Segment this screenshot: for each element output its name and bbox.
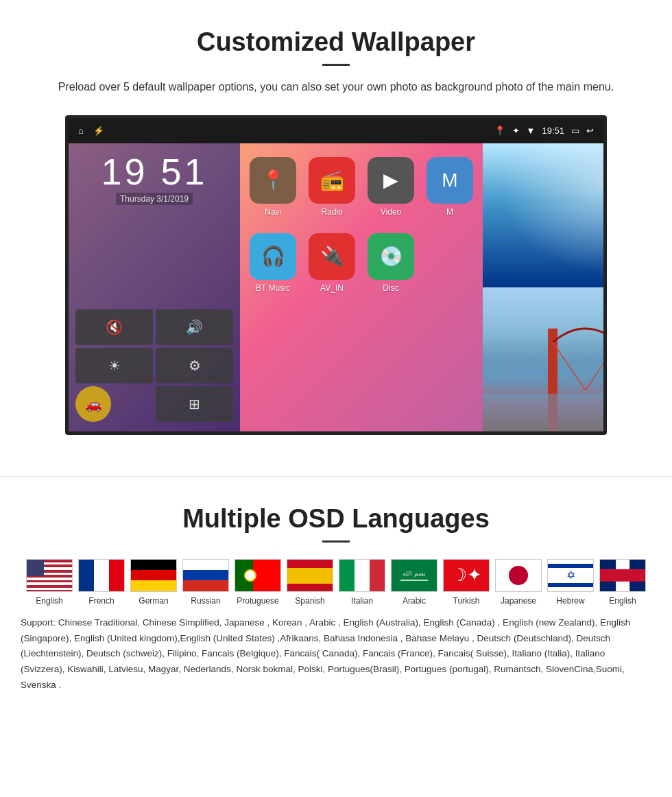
navi-icon: 📍 bbox=[250, 157, 296, 204]
flag-es bbox=[287, 559, 333, 592]
il-stripe-top bbox=[548, 564, 593, 568]
app-row-top: 📍 Navi 📻 Radio ▶ Video M bbox=[250, 157, 473, 217]
wallpaper-section: Customized Wallpaper Preload over 5 defa… bbox=[0, 0, 672, 455]
bluetooth-icon: ✦ bbox=[512, 126, 520, 136]
flag-it bbox=[339, 559, 385, 592]
navi-app[interactable]: 📍 Navi bbox=[250, 157, 296, 217]
flag-item-portuguese: Protuguese bbox=[234, 559, 282, 606]
wallpaper-mockup: ⌂ ⚡ 📍 ✦ ▼ 19:51 ▭ ↩ 19 51 T bbox=[65, 115, 607, 435]
svg-line-2 bbox=[553, 342, 586, 390]
avin-label: AV_IN bbox=[320, 283, 344, 293]
btmusic-app[interactable]: 🎧 BT Music bbox=[250, 233, 296, 293]
avin-app[interactable]: 🔌 AV_IN bbox=[309, 233, 355, 293]
flag-label-russian: Russian bbox=[191, 596, 220, 606]
signal-icon: ▼ bbox=[527, 126, 536, 136]
m-icon: M bbox=[427, 157, 473, 204]
sa-flag-inner: بسم الله bbox=[392, 560, 437, 591]
flag-item-arabic: بسم الله Arabic bbox=[390, 559, 438, 606]
btmusic-icon: 🎧 bbox=[250, 233, 296, 280]
wallpaper-description: Preload over 5 default wallpaper options… bbox=[27, 78, 645, 96]
brightness-btn[interactable]: ☀ bbox=[75, 348, 153, 383]
volume-down-btn[interactable]: 🔇 bbox=[75, 309, 153, 345]
video-icon: ▶ bbox=[368, 157, 414, 204]
gb-cross-horizontal bbox=[600, 569, 645, 581]
car-btn[interactable]: 🚗 bbox=[75, 386, 111, 422]
apps-btn[interactable]: ⊞ bbox=[156, 386, 233, 422]
m-app[interactable]: M M bbox=[427, 157, 473, 217]
star-of-david-icon: ✡ bbox=[566, 570, 575, 581]
flag-label-french: French bbox=[88, 596, 114, 606]
flag-label-spanish: Spanish bbox=[295, 596, 324, 606]
crescent-icon: ☽✦ bbox=[451, 564, 482, 586]
status-right-icons: 📍 ✦ ▼ 19:51 ▭ ↩ bbox=[494, 126, 594, 136]
flag-item-russian: Russian bbox=[182, 559, 230, 606]
pt-circle bbox=[244, 569, 256, 582]
flag-label-hebrew: Hebrew bbox=[556, 596, 584, 606]
flag-item-japanese: Japanese bbox=[494, 559, 542, 606]
flag-item-italian: Italian bbox=[338, 559, 386, 606]
flag-ru bbox=[182, 559, 229, 592]
flag-item-turkish: ☽✦ Turkish bbox=[442, 559, 490, 606]
il-flag-inner: ✡ bbox=[548, 560, 593, 591]
left-panel: 19 51 Thursday 3/1/2019 🔇 🔊 ☀ ⚙ 🚗 ⊞ bbox=[69, 143, 240, 431]
clock-display: 19 51 Thursday 3/1/2019 bbox=[75, 153, 233, 205]
usb-icon: ⚡ bbox=[93, 126, 104, 136]
home-screen: 19 51 Thursday 3/1/2019 🔇 🔊 ☀ ⚙ 🚗 ⊞ bbox=[69, 143, 603, 431]
wallpaper-thumb-ice[interactable] bbox=[483, 143, 607, 287]
video-label: Video bbox=[381, 207, 401, 217]
flag-tr: ☽✦ bbox=[443, 559, 490, 592]
flag-label-italian: Italian bbox=[351, 596, 373, 606]
flag-label-english-gb: English bbox=[609, 596, 636, 606]
wallpaper-thumb-bridge[interactable] bbox=[483, 287, 607, 431]
tr-crescent: ☽✦ bbox=[444, 560, 489, 591]
gb-flag-inner bbox=[600, 560, 645, 591]
flag-label-turkish: Turkish bbox=[453, 596, 480, 606]
il-stripe-bottom bbox=[548, 583, 593, 587]
title-divider bbox=[322, 64, 350, 66]
m-label: M bbox=[446, 207, 453, 217]
bridge-scene-wallpaper bbox=[483, 287, 607, 431]
status-bar: ⌂ ⚡ 📍 ✦ ▼ 19:51 ▭ ↩ bbox=[69, 119, 603, 143]
jp-dot bbox=[509, 566, 528, 585]
radio-icon: 📻 bbox=[309, 157, 355, 204]
settings-btn[interactable]: ⚙ bbox=[156, 348, 233, 383]
flag-label-arabic: Arabic bbox=[403, 596, 426, 606]
video-app[interactable]: ▶ Video bbox=[368, 157, 414, 217]
flags-row: English French German Russian Protuguese… bbox=[21, 559, 651, 606]
right-panel bbox=[483, 143, 607, 431]
radio-label: Radio bbox=[321, 207, 342, 217]
volume-up-btn[interactable]: 🔊 bbox=[156, 309, 233, 345]
flag-label-german: German bbox=[139, 596, 168, 606]
svg-text:بسم الله: بسم الله bbox=[403, 570, 426, 578]
jp-circle bbox=[496, 560, 541, 591]
disc-app[interactable]: 💿 Disc bbox=[368, 233, 414, 293]
radio-app[interactable]: 📻 Radio bbox=[309, 157, 355, 217]
location-icon: 📍 bbox=[494, 126, 505, 136]
languages-section: Multiple OSD Languages English French Ge… bbox=[0, 497, 672, 715]
flag-label-japanese: Japanese bbox=[501, 596, 536, 606]
flag-item-hebrew: ✡ Hebrew bbox=[547, 559, 595, 606]
flag-label-english: English bbox=[36, 596, 62, 606]
flag-gb bbox=[599, 559, 646, 592]
flag-sa: بسم الله bbox=[391, 559, 437, 592]
flag-jp bbox=[495, 559, 542, 592]
status-time: 19:51 bbox=[542, 126, 564, 136]
section-divider bbox=[0, 476, 672, 477]
flag-item-french: French bbox=[77, 559, 125, 606]
support-text: Support: Chinese Traditional, Chinese Si… bbox=[21, 615, 651, 694]
screen-icon: ▭ bbox=[571, 126, 579, 136]
app-row-bottom: 🎧 BT Music 🔌 AV_IN 💿 Disc bbox=[250, 233, 473, 293]
flag-item-german: German bbox=[130, 559, 178, 606]
controls-grid: 🔇 🔊 ☀ ⚙ 🚗 ⊞ bbox=[75, 309, 233, 422]
wallpaper-title: Customized Wallpaper bbox=[21, 27, 651, 57]
clock-date: Thursday 3/1/2019 bbox=[116, 193, 193, 205]
back-icon: ↩ bbox=[586, 126, 594, 136]
status-left-icons: ⌂ ⚡ bbox=[78, 126, 104, 136]
avin-icon: 🔌 bbox=[309, 233, 355, 280]
navi-label: Navi bbox=[265, 207, 281, 217]
flag-il: ✡ bbox=[547, 559, 594, 592]
disc-icon: 💿 bbox=[368, 233, 414, 280]
flag-pt bbox=[235, 559, 281, 592]
ice-cave-wallpaper bbox=[483, 143, 607, 287]
languages-divider bbox=[322, 540, 350, 543]
